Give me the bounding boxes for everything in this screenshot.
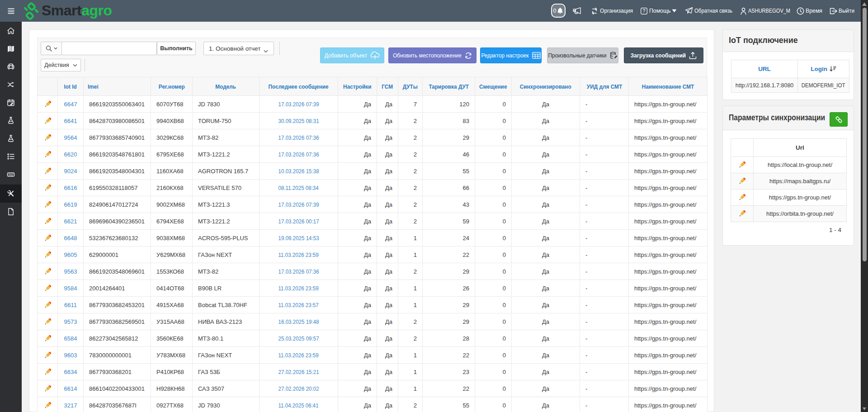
svg-text:?: ? — [643, 8, 646, 14]
